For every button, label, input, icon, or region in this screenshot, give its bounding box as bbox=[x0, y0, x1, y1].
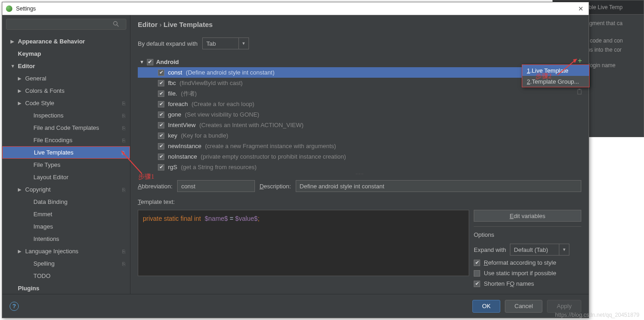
app-icon bbox=[6, 5, 12, 12]
sidebar-item-code-style[interactable]: ▶Code Style⎘ bbox=[2, 97, 130, 109]
template-row-const[interactable]: ✔const(Define android style int constant… bbox=[138, 67, 574, 78]
resize-grip[interactable]: ┄┄┄ bbox=[130, 172, 589, 176]
sidebar-item-copyright[interactable]: ▶Copyright⎘ bbox=[2, 183, 130, 196]
copy-icon: ⎘ bbox=[122, 125, 125, 131]
abbreviation-input[interactable] bbox=[177, 180, 255, 192]
cancel-button[interactable]: Cancel bbox=[505, 300, 542, 313]
sidebar-item-emmet[interactable]: Emmet bbox=[2, 208, 130, 220]
sidebar-item-spelling[interactable]: Spelling⎘ bbox=[2, 257, 130, 270]
sidebar-item-file-types[interactable]: File Types bbox=[2, 159, 130, 171]
template-row-noInstance[interactable]: ✔noInstance(private empty constructor to… bbox=[138, 151, 574, 162]
sidebar-item-todo[interactable]: TODO bbox=[2, 270, 130, 282]
svg-point-0 bbox=[114, 21, 117, 25]
expand-with-label: Expand with bbox=[474, 246, 506, 253]
abbreviation-label: AAbbreviation:bbreviation: bbox=[138, 183, 173, 190]
add-icon[interactable]: + bbox=[576, 57, 584, 65]
copy-icon: ⎘ bbox=[122, 187, 125, 192]
template-row-file.[interactable]: ✔file.(作者) bbox=[138, 88, 574, 99]
checkbox-icon[interactable]: ✔ bbox=[158, 122, 164, 128]
sidebar-item-images[interactable]: Images bbox=[2, 220, 130, 233]
svg-rect-2 bbox=[578, 90, 581, 94]
sidebar-item-keymap[interactable]: Keymap bbox=[2, 48, 130, 60]
sidebar-item-general[interactable]: ▶General bbox=[2, 72, 130, 85]
copy-icon: ⎘ bbox=[122, 249, 125, 254]
description-input[interactable] bbox=[296, 180, 581, 192]
copy-icon: ⎘ bbox=[122, 113, 125, 118]
template-row-gone[interactable]: ✔gone(Set view visibility to GONE) bbox=[138, 109, 574, 120]
paste-icon[interactable] bbox=[577, 89, 584, 96]
titlebar: Settings ✕ bbox=[2, 2, 589, 15]
sidebar-item-intentions[interactable]: Intentions bbox=[2, 233, 130, 245]
apply-button[interactable]: Apply bbox=[547, 300, 581, 313]
template-row-newInstance[interactable]: ✔newInstance(create a new Fragment insta… bbox=[138, 141, 574, 151]
checkbox-icon[interactable]: ✔ bbox=[158, 112, 164, 118]
expand-select[interactable]: Tab bbox=[202, 37, 239, 49]
chevron-down-icon[interactable]: ▼ bbox=[559, 244, 569, 256]
template-row-IntentView[interactable]: ✔IntentView(Creates an Intent with ACTIO… bbox=[138, 120, 574, 130]
svg-line-1 bbox=[117, 25, 119, 27]
breadcrumb: Editor›Live Templates bbox=[130, 15, 589, 34]
checkbox-icon[interactable]: ✔ bbox=[158, 143, 164, 149]
checkbox-icon[interactable]: ✔ bbox=[158, 80, 164, 86]
expand-with-select[interactable]: Default (Tab) bbox=[510, 244, 559, 256]
help-icon[interactable]: ? bbox=[10, 302, 19, 311]
expand-label: By default expand with bbox=[138, 40, 198, 47]
sidebar-item-colors-fonts[interactable]: ▶Colors & Fonts bbox=[2, 85, 130, 97]
sidebar-item-appearance-behavior[interactable]: ▶Appearance & Behavior bbox=[2, 35, 130, 48]
add-popup-menu: 1. Live Template 2. Template Group... bbox=[522, 64, 590, 87]
template-group-row[interactable]: ▼ ✔ Android bbox=[138, 57, 574, 67]
edit-variables-button[interactable]: Edit variables bbox=[474, 210, 581, 222]
settings-main: Editor›Live Templates By default expand … bbox=[130, 15, 589, 294]
copy-icon: ⎘ bbox=[122, 150, 125, 155]
sidebar-item-file-and-code-templates[interactable]: File and Code Templates⎘ bbox=[2, 122, 130, 134]
copy-icon: ⎘ bbox=[122, 101, 125, 106]
dialog-title: Settings bbox=[16, 5, 577, 12]
popup-template-group[interactable]: 2. Template Group... bbox=[522, 76, 589, 87]
checkbox-icon[interactable]: ✔ bbox=[158, 164, 164, 171]
copy-icon: ⎘ bbox=[122, 138, 125, 143]
checkbox-icon[interactable]: ✔ bbox=[158, 154, 164, 160]
ok-button[interactable]: OK bbox=[472, 300, 500, 313]
chevron-down-icon[interactable]: ▼ bbox=[239, 37, 249, 49]
template-row-key[interactable]: ✔key(Key for a bundle) bbox=[138, 130, 574, 141]
checkbox-icon[interactable]: ✔ bbox=[158, 101, 164, 107]
checkbox-icon[interactable]: ✔ bbox=[158, 91, 164, 97]
description-label: Description: bbox=[260, 183, 291, 190]
copy-icon: ⎘ bbox=[122, 261, 125, 267]
settings-dialog: Settings ✕ ▶Appearance & BehaviorKeymap▼… bbox=[2, 2, 589, 318]
sidebar-item-file-encodings[interactable]: File Encodings⎘ bbox=[2, 134, 130, 146]
reformat-option[interactable]: ✔Reformat according to style bbox=[474, 259, 581, 266]
sidebar-item-language-injections[interactable]: ▶Language Injections⎘ bbox=[2, 245, 130, 257]
sidebar-item-plugins[interactable]: Plugins bbox=[2, 282, 130, 294]
checkbox-icon[interactable]: ✔ bbox=[147, 59, 153, 65]
checkbox-icon[interactable]: ✔ bbox=[158, 69, 164, 76]
template-row-foreach[interactable]: ✔foreach(Create a for each loop) bbox=[138, 99, 574, 109]
template-list[interactable]: ▼ ✔ Android ✔const(Define android style … bbox=[138, 57, 574, 172]
settings-tree[interactable]: ▶Appearance & BehaviorKeymap▼Editor▶Gene… bbox=[2, 33, 130, 294]
sidebar-item-live-templates[interactable]: Live Templates⎘ bbox=[2, 146, 130, 159]
shorten-fq-option[interactable]: ✔Shorten FQ names bbox=[474, 280, 581, 287]
template-row-rgS[interactable]: ✔rgS(get a String from resources) bbox=[138, 162, 574, 172]
template-code-area[interactable]: private static final int $name$ = $value… bbox=[138, 210, 469, 276]
sidebar-item-layout-editor[interactable]: Layout Editor bbox=[2, 171, 130, 183]
sidebar-item-editor[interactable]: ▼Editor bbox=[2, 60, 130, 72]
checkbox-icon[interactable]: ✔ bbox=[158, 133, 164, 139]
watermark: https://blog.csdn.net/qq_20451879 bbox=[555, 312, 639, 318]
options-title: Options bbox=[474, 231, 581, 238]
popup-live-template[interactable]: 1. Live Template bbox=[522, 65, 589, 76]
search-input[interactable] bbox=[6, 19, 126, 30]
static-import-option[interactable]: ✔Use static import if possible bbox=[474, 270, 581, 277]
sidebar-item-data-binding[interactable]: Data Binding bbox=[2, 196, 130, 208]
svg-rect-3 bbox=[579, 89, 580, 90]
dialog-footer: ? OK Cancel Apply bbox=[2, 294, 589, 318]
close-icon[interactable]: ✕ bbox=[577, 5, 585, 13]
settings-sidebar: ▶Appearance & BehaviorKeymap▼Editor▶Gene… bbox=[2, 15, 130, 294]
sidebar-item-inspections[interactable]: Inspections⎘ bbox=[2, 109, 130, 122]
template-text-label: Template text: bbox=[130, 197, 589, 207]
template-row-fbc[interactable]: ✔fbc(findViewById with cast) bbox=[138, 78, 574, 88]
